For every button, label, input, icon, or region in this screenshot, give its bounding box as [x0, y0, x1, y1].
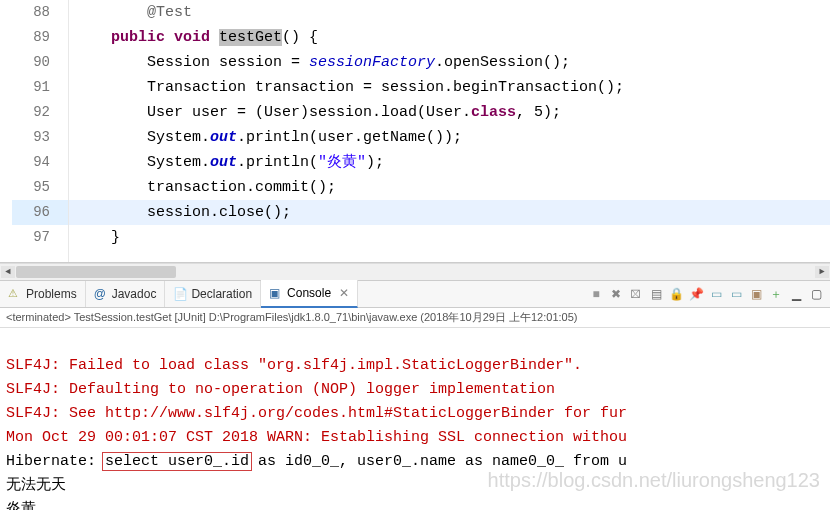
line-number: 91: [12, 75, 68, 100]
code-line[interactable]: Transaction transaction = session.beginT…: [69, 75, 830, 100]
console-text: as id0_0_, user0_.name as name0_0_ from …: [249, 453, 627, 470]
display-selected-icon[interactable]: ▭: [708, 286, 724, 302]
horizontal-scrollbar[interactable]: ◄ ►: [0, 263, 830, 280]
line-number: 88: [12, 0, 68, 25]
code-text: () {: [282, 29, 318, 46]
line-number: 90: [12, 50, 68, 75]
remove-launch-icon[interactable]: ✖: [608, 286, 624, 302]
code-text: System.: [147, 129, 210, 146]
tab-label: Declaration: [191, 287, 252, 301]
selected-text: testGet: [219, 29, 282, 46]
clear-console-icon[interactable]: ▤: [648, 286, 664, 302]
line-number: 96: [12, 200, 68, 225]
code-line[interactable]: }: [69, 225, 830, 250]
declaration-icon: 📄: [173, 287, 187, 301]
line-number: 93: [12, 125, 68, 150]
tab-label: Problems: [26, 287, 77, 301]
keyword: public: [111, 29, 165, 46]
code-text: .println(: [237, 154, 318, 171]
new-console-icon[interactable]: ＋: [768, 286, 784, 302]
minimize-icon[interactable]: ▁: [788, 286, 804, 302]
tab-console[interactable]: ▣ Console ✕: [261, 280, 358, 308]
problems-icon: ⚠: [8, 287, 22, 301]
line-number: 97: [12, 225, 68, 250]
code-line[interactable]: @Test: [69, 0, 830, 25]
annotation: @Test: [147, 4, 192, 21]
javadoc-icon: @: [94, 287, 108, 301]
code-line[interactable]: public void testGet() {: [69, 25, 830, 50]
folding-column: [0, 0, 12, 262]
code-text: }: [111, 229, 120, 246]
close-icon[interactable]: ✕: [335, 286, 349, 300]
code-line[interactable]: transaction.commit();: [69, 175, 830, 200]
console-line: Mon Oct 29 00:01:07 CST 2018 WARN: Estab…: [6, 429, 627, 446]
gutter: 88 89 90 91 92 93 94 95 96 97: [12, 0, 69, 262]
code-text: , 5);: [516, 104, 561, 121]
code-line[interactable]: session.close();: [69, 200, 830, 225]
string-literal: "炎黄": [318, 154, 366, 171]
console-text: Hibernate:: [6, 453, 105, 470]
console-line: SLF4J: Defaulting to no-operation (NOP) …: [6, 381, 555, 398]
scroll-left-arrow-icon[interactable]: ◄: [1, 266, 15, 278]
code-text: Session session =: [147, 54, 309, 71]
scrollbar-thumb[interactable]: [16, 266, 176, 278]
console-toolbar: ■ ✖ ⛝ ▤ 🔒 📌 ▭ ▭ ▣ ＋ ▁ ▢: [588, 286, 830, 302]
keyword: void: [174, 29, 210, 46]
code-area[interactable]: @Test public void testGet() { Session se…: [69, 0, 830, 262]
remove-all-icon[interactable]: ⛝: [628, 286, 644, 302]
line-number: 89: [12, 25, 68, 50]
tab-declaration[interactable]: 📄 Declaration: [165, 281, 261, 307]
console-output[interactable]: SLF4J: Failed to load class "org.slf4j.i…: [0, 328, 830, 510]
field-ref: sessionFactory: [309, 54, 435, 71]
tab-javadoc[interactable]: @ Javadoc: [86, 281, 166, 307]
code-text: .println(user.getName());: [237, 129, 462, 146]
code-line[interactable]: User user = (User)session.load(User.clas…: [69, 100, 830, 125]
maximize-icon[interactable]: ▢: [808, 286, 824, 302]
line-number: 95: [12, 175, 68, 200]
code-text: System.: [147, 154, 210, 171]
pin-console-icon[interactable]: 📌: [688, 286, 704, 302]
tab-label: Console: [287, 286, 331, 300]
console-process-label: <terminated> TestSession.testGet [JUnit]…: [0, 308, 830, 328]
code-line[interactable]: System.out.println("炎黄");: [69, 150, 830, 175]
code-text: );: [366, 154, 384, 171]
show-console-icon[interactable]: ▭: [728, 286, 744, 302]
tab-problems[interactable]: ⚠ Problems: [0, 281, 86, 307]
console-line: 炎黄: [6, 501, 36, 510]
code-text: Transaction transaction = session.beginT…: [147, 79, 624, 96]
field-ref: out: [210, 154, 237, 171]
code-line[interactable]: System.out.println(user.getName());: [69, 125, 830, 150]
scroll-lock-icon[interactable]: 🔒: [668, 286, 684, 302]
line-number: 92: [12, 100, 68, 125]
console-line: Hibernate: select user0_.id as id0_0_, u…: [6, 453, 627, 470]
tab-label: Javadoc: [112, 287, 157, 301]
highlighted-sql: select user0_.id: [102, 452, 252, 471]
console-line: SLF4J: Failed to load class "org.slf4j.i…: [6, 357, 582, 374]
code-editor: 88 89 90 91 92 93 94 95 96 97 @Test publ…: [0, 0, 830, 263]
console-line: 无法无天: [6, 477, 66, 494]
scroll-right-arrow-icon[interactable]: ►: [815, 266, 829, 278]
terminate-icon[interactable]: ■: [588, 286, 604, 302]
console-icon: ▣: [269, 286, 283, 300]
code-text: User user = (User)session.load(User.: [147, 104, 471, 121]
code-text: session.close();: [147, 204, 291, 221]
views-tabbar: ⚠ Problems @ Javadoc 📄 Declaration ▣ Con…: [0, 280, 830, 308]
keyword: class: [471, 104, 516, 121]
code-line[interactable]: Session session = sessionFactory.openSes…: [69, 50, 830, 75]
line-number: 94: [12, 150, 68, 175]
open-console-icon[interactable]: ▣: [748, 286, 764, 302]
field-ref: out: [210, 129, 237, 146]
code-text: transaction.commit();: [147, 179, 336, 196]
console-line: SLF4J: See http://www.slf4j.org/codes.ht…: [6, 405, 627, 422]
code-text: .openSession();: [435, 54, 570, 71]
